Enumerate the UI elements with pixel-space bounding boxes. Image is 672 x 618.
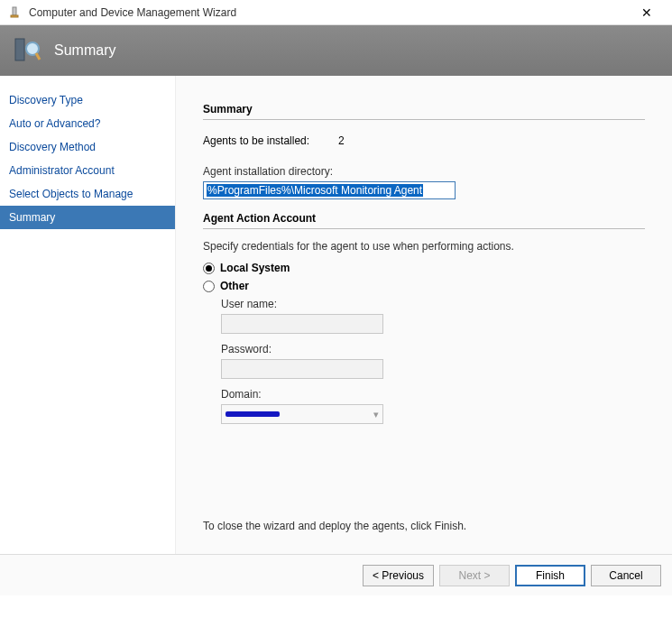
chevron-down-icon: ▾: [373, 409, 379, 420]
svg-rect-2: [15, 39, 24, 60]
agents-to-install-label: Agents to be installed:: [203, 134, 338, 147]
svg-rect-1: [11, 15, 18, 17]
username-field: [221, 314, 383, 334]
sidebar-item-select-objects[interactable]: Select Objects to Manage: [0, 182, 175, 206]
app-icon: [7, 5, 22, 20]
wizard-footer: < Previous Next > Finish Cancel: [0, 554, 672, 595]
agents-to-install-count: 2: [338, 134, 345, 147]
svg-rect-0: [13, 7, 16, 15]
sidebar-item-discovery-type[interactable]: Discovery Type: [0, 88, 175, 112]
window-title: Computer and Device Management Wizard: [29, 6, 629, 19]
radio-dot-icon: [203, 281, 215, 292]
previous-button[interactable]: < Previous: [363, 565, 434, 586]
sidebar-item-discovery-method[interactable]: Discovery Method: [0, 135, 175, 159]
radio-other[interactable]: Other: [203, 280, 645, 292]
username-label: User name:: [221, 298, 645, 310]
install-dir-label: Agent installation directory:: [203, 165, 645, 178]
password-field: [221, 359, 383, 379]
cancel-button[interactable]: Cancel: [591, 565, 661, 586]
password-label: Password:: [221, 343, 645, 355]
banner-icon: [13, 36, 41, 65]
wizard-sidebar: Discovery Type Auto or Advanced? Discove…: [0, 76, 176, 554]
install-dir-value: %ProgramFiles%\Microsoft Monitoring Agen…: [207, 184, 423, 197]
radio-local-label: Local System: [220, 262, 290, 274]
install-dir-input[interactable]: %ProgramFiles%\Microsoft Monitoring Agen…: [203, 181, 456, 199]
sidebar-item-summary[interactable]: Summary: [0, 206, 175, 229]
domain-label: Domain:: [221, 388, 645, 401]
radio-other-label: Other: [220, 280, 249, 292]
summary-heading: Summary: [203, 103, 645, 120]
banner: Summary: [0, 25, 672, 76]
agent-action-account-heading: Agent Action Account: [203, 212, 645, 229]
titlebar: Computer and Device Management Wizard ✕: [0, 0, 672, 25]
banner-title: Summary: [54, 42, 115, 59]
next-button: Next >: [439, 565, 510, 586]
svg-line-4: [36, 53, 40, 60]
domain-combobox: ▾: [221, 404, 383, 424]
sidebar-item-auto-or-advanced[interactable]: Auto or Advanced?: [0, 112, 175, 135]
domain-value-redacted: [226, 411, 280, 417]
close-icon[interactable]: ✕: [629, 0, 665, 25]
radio-dot-selected-icon: [203, 263, 215, 274]
finish-button[interactable]: Finish: [515, 565, 585, 586]
close-description: To close the wizard and deploy the agent…: [203, 520, 645, 532]
sidebar-item-administrator-account[interactable]: Administrator Account: [0, 159, 175, 182]
radio-local-system[interactable]: Local System: [203, 262, 645, 274]
credentials-desc: Specify credentials for the agent to use…: [203, 240, 645, 253]
main-panel: Summary Agents to be installed: 2 Agent …: [176, 76, 672, 554]
